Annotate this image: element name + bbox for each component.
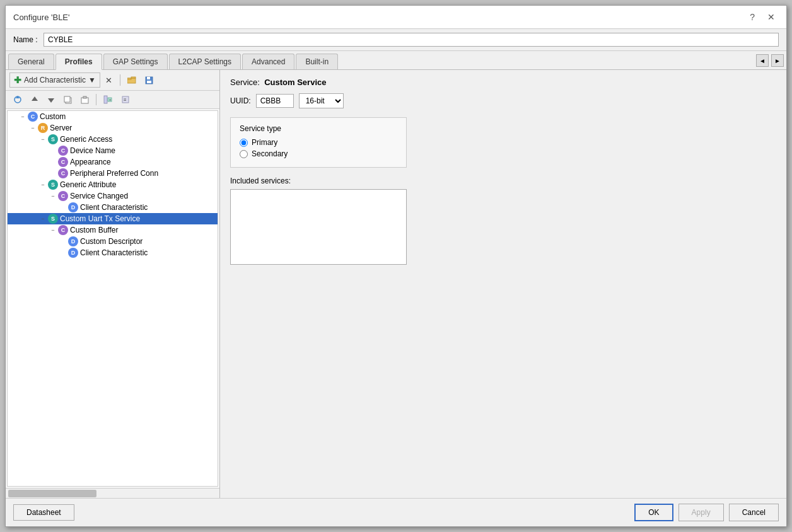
tree-container[interactable]: − C Custom − R Server − bbox=[7, 110, 218, 487]
tree-node-device-name[interactable]: C Device Name bbox=[8, 145, 218, 156]
secondary-label: Secondary bbox=[252, 149, 288, 158]
icon-generic-attribute: S bbox=[48, 180, 58, 190]
tree-node-service-changed[interactable]: − C Service Changed bbox=[8, 190, 218, 202]
icon-custom-descriptor: D bbox=[68, 236, 78, 246]
label-client-char-2: Client Characteristic bbox=[80, 248, 148, 257]
plus-icon: ✚ bbox=[14, 75, 21, 85]
ok-button[interactable]: OK bbox=[634, 504, 673, 521]
toolbar-row2: + ≡ bbox=[6, 91, 219, 109]
label-client-char-1: Client Characteristic bbox=[80, 203, 148, 212]
icon-appearance: C bbox=[58, 157, 68, 167]
open-folder-button[interactable] bbox=[124, 74, 140, 86]
tree-node-server[interactable]: − R Server bbox=[8, 122, 218, 134]
svg-marker-8 bbox=[32, 96, 38, 101]
uuid-type-select[interactable]: 16-bit 32-bit 128-bit bbox=[299, 93, 344, 108]
tree-node-client-char-2[interactable]: D Client Characteristic bbox=[8, 247, 218, 258]
horizontal-scrollbar[interactable] bbox=[8, 490, 96, 497]
label-service-changed: Service Changed bbox=[70, 192, 128, 200]
copy-button[interactable] bbox=[60, 93, 76, 107]
primary-radio[interactable] bbox=[240, 139, 248, 147]
title-bar: Configure 'BLE' ? ✕ bbox=[6, 6, 786, 29]
expander-peripheral bbox=[48, 168, 58, 178]
expander-server[interactable]: − bbox=[28, 123, 38, 133]
add-characteristic-button[interactable]: ✚ Add Characteristic ▼ bbox=[9, 72, 100, 88]
tabs-row: General Profiles GAP Settings L2CAP Sett… bbox=[6, 51, 786, 70]
tree-node-custom-descriptor[interactable]: D Custom Descriptor bbox=[8, 236, 218, 247]
name-input[interactable] bbox=[44, 33, 779, 47]
svg-rect-13 bbox=[83, 96, 86, 98]
expander-service-changed[interactable]: − bbox=[48, 191, 58, 201]
paste-button[interactable] bbox=[77, 93, 93, 107]
save-button[interactable] bbox=[141, 74, 157, 87]
tree-node-custom-uart[interactable]: − S Custom Uart Tx Service bbox=[8, 213, 218, 224]
expander-generic-access[interactable]: − bbox=[38, 134, 48, 144]
tree-node-peripheral[interactable]: C Peripheral Preferred Conn bbox=[8, 168, 218, 179]
svg-rect-14 bbox=[104, 96, 107, 103]
label-custom-descriptor: Custom Descriptor bbox=[80, 237, 143, 246]
tree-node-client-char-1[interactable]: D Client Characteristic bbox=[8, 202, 218, 213]
svg-marker-9 bbox=[48, 98, 54, 103]
svg-text:≡: ≡ bbox=[124, 97, 127, 103]
icon-generic-access: S bbox=[48, 134, 58, 144]
apply-button[interactable]: Apply bbox=[678, 504, 724, 521]
tree-node-generic-access[interactable]: − S Generic Access bbox=[8, 134, 218, 145]
svg-text:+: + bbox=[109, 98, 112, 101]
expander-generic-attribute[interactable]: − bbox=[38, 180, 48, 190]
toolbar-separator1 bbox=[120, 74, 120, 86]
bottom-bar: Datasheet OK Apply Cancel bbox=[6, 498, 786, 526]
close-button[interactable]: ✕ bbox=[764, 11, 779, 23]
tab-builtin[interactable]: Built-in bbox=[296, 54, 338, 69]
uuid-input[interactable] bbox=[256, 94, 294, 108]
tree-node-custom[interactable]: − C Custom bbox=[8, 111, 218, 122]
tab-l2cap-settings[interactable]: L2CAP Settings bbox=[169, 54, 242, 69]
label-server: Server bbox=[50, 124, 72, 132]
settings-button[interactable]: ≡ bbox=[117, 93, 134, 107]
tab-forward-button[interactable]: ► bbox=[771, 54, 784, 67]
expander-custom[interactable]: − bbox=[18, 112, 28, 122]
dialog-title: Configure 'BLE' bbox=[13, 13, 70, 22]
tab-back-button[interactable]: ◄ bbox=[756, 54, 769, 67]
primary-radio-row: Primary bbox=[240, 138, 397, 147]
service-header: Service: Custom Service bbox=[230, 78, 776, 87]
tab-profiles[interactable]: Profiles bbox=[55, 54, 102, 70]
tab-general[interactable]: General bbox=[8, 54, 54, 69]
svg-rect-11 bbox=[64, 96, 70, 102]
icon-custom-uart: S bbox=[48, 214, 58, 224]
tab-advanced[interactable]: Advanced bbox=[242, 54, 294, 69]
icon-service-changed: C bbox=[58, 191, 68, 201]
icon-client-char-2: D bbox=[68, 248, 78, 258]
expander-appearance bbox=[48, 157, 58, 167]
refresh-button[interactable] bbox=[9, 93, 26, 107]
svg-rect-4 bbox=[147, 77, 150, 79]
name-label: Name : bbox=[13, 35, 38, 44]
included-services-box[interactable] bbox=[230, 189, 407, 265]
tree-node-generic-attribute[interactable]: − S Generic Attribute bbox=[8, 179, 218, 190]
configure-ble-dialog: Configure 'BLE' ? ✕ Name : General Profi… bbox=[5, 5, 787, 527]
label-device-name: Device Name bbox=[70, 146, 115, 155]
tabs-list: General Profiles GAP Settings L2CAP Sett… bbox=[8, 54, 339, 69]
delete-button[interactable]: ✕ bbox=[102, 73, 117, 88]
icon-device-name: C bbox=[58, 146, 68, 156]
title-bar-controls: ? ✕ bbox=[746, 11, 779, 23]
tree-node-appearance[interactable]: C Appearance bbox=[8, 156, 218, 168]
move-down-button[interactable] bbox=[44, 93, 59, 106]
move-up-button[interactable] bbox=[27, 93, 42, 106]
service-label: Service: bbox=[230, 78, 260, 87]
help-button[interactable]: ? bbox=[746, 11, 759, 23]
bottom-right: OK Apply Cancel bbox=[634, 504, 779, 521]
icon-peripheral: C bbox=[58, 168, 68, 178]
expander-custom-uart[interactable]: − bbox=[38, 214, 48, 224]
datasheet-button[interactable]: Datasheet bbox=[13, 504, 74, 521]
svg-rect-2 bbox=[131, 77, 136, 78]
expander-custom-buffer[interactable]: − bbox=[48, 225, 58, 235]
name-row: Name : bbox=[6, 29, 786, 51]
icon-custom-buffer: C bbox=[58, 225, 68, 235]
tab-gap-settings[interactable]: GAP Settings bbox=[103, 54, 168, 69]
expander-client-char-1 bbox=[58, 202, 68, 212]
tree-node-custom-buffer[interactable]: − C Custom Buffer bbox=[8, 224, 218, 236]
add-item-button[interactable]: + bbox=[100, 93, 116, 107]
label-peripheral: Peripheral Preferred Conn bbox=[70, 169, 158, 178]
cancel-button[interactable]: Cancel bbox=[729, 504, 779, 521]
secondary-radio[interactable] bbox=[240, 150, 248, 158]
bottom-left: Datasheet bbox=[13, 504, 74, 521]
